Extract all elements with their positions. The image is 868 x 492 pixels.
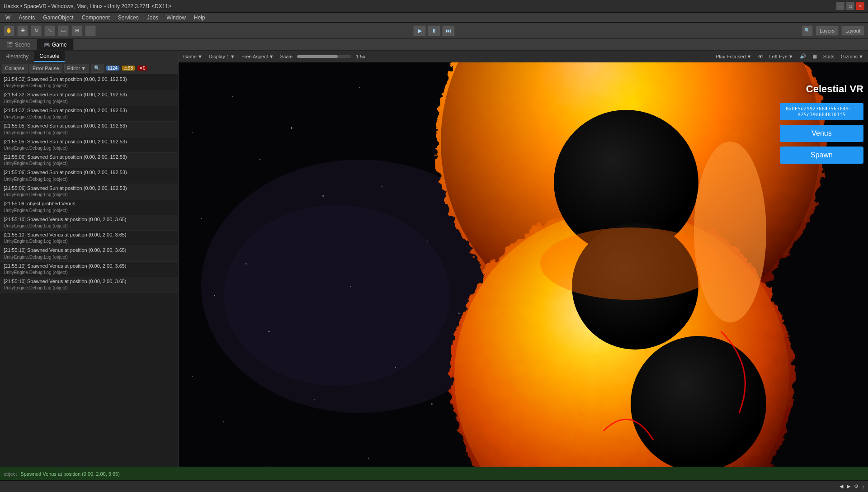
tool-move[interactable]: ✚	[17, 25, 28, 36]
tabs-row: 🎬 Scene 🎮 Game	[0, 39, 868, 51]
console-message-4[interactable]: [21:55:05] Spawned Sun at position (0.00…	[0, 137, 178, 153]
svg-point-4	[259, 159, 260, 160]
console-message-3[interactable]: [21:55:05] Spawned Sun at position (0.00…	[0, 122, 178, 137]
console-messages[interactable]: [21:54:32] Spawned Sun at position (0.00…	[0, 74, 178, 492]
tab-hierarchy[interactable]: Hierarchy	[0, 51, 34, 62]
maximize-button[interactable]: □	[846, 2, 854, 10]
svg-point-22	[431, 403, 433, 405]
unity-toolbar: ✋ ✚ ↻ ⤡ ▭ ⊞ ⋯ ▶ ⏸ ⏭ 🔍 Layers Layout	[0, 23, 868, 39]
tool-rect[interactable]: ▭	[58, 25, 69, 36]
console-message-5[interactable]: [21:55:06] Spawned Sun at position (0.00…	[0, 153, 178, 168]
tab-console[interactable]: Console	[34, 51, 65, 62]
game-toolbar-right: Play Focused ▼ 👁 Left Eye ▼ 🔊 ▦ Stats Gi…	[714, 53, 865, 59]
statusbar-icon-1[interactable]: ◀	[840, 483, 843, 489]
layers-button[interactable]: Layers	[816, 26, 839, 36]
play-focused-dropdown[interactable]: Play Focused ▼	[714, 54, 754, 59]
grid-icon[interactable]: ▦	[811, 53, 819, 59]
step-button[interactable]: ⏭	[442, 25, 455, 36]
side-glow	[694, 142, 766, 322]
statusbar-expand[interactable]: ↑	[862, 484, 865, 489]
game-scene-svg	[179, 62, 868, 492]
titlebar: Hacks • SpaceVR - Windows, Mac, Linux - …	[0, 0, 868, 13]
console-message-10[interactable]: [21:55:10] Spawned Venus at position (0.…	[0, 231, 178, 246]
menu-item-assets[interactable]: Assets	[15, 14, 38, 22]
tool-scale[interactable]: ⤡	[44, 25, 55, 36]
svg-point-1	[232, 96, 233, 97]
tab-game[interactable]: 🎮 Game	[37, 39, 74, 50]
scale-slider[interactable]	[297, 55, 351, 58]
object-label: object	[4, 471, 17, 477]
menu-item-jobs[interactable]: Jobs	[143, 14, 162, 22]
game-canvas: Celestial VR 0x0E5d299236647563649: fa25…	[179, 62, 868, 492]
statusbar: ◀ ▶ ⚙ ↑	[0, 480, 868, 492]
menu-item-component[interactable]: Component	[78, 14, 113, 22]
search-console-button[interactable]: 🔍	[91, 64, 104, 73]
play-button[interactable]: ▶	[413, 25, 426, 36]
console-toolbar: Collapse Error Pause Editor ▼ 🔍 ℹ 124 ⚠ …	[0, 62, 178, 74]
console-message-11[interactable]: [21:55:10] Spawned Venus at position (0.…	[0, 246, 178, 261]
menubar: W Assets GameObject Component Services J…	[0, 13, 868, 23]
dark-planet-bottom	[631, 336, 766, 472]
glow-connector	[540, 227, 721, 300]
menu-item-w[interactable]: W	[2, 14, 14, 22]
scale-label: Scale	[278, 54, 295, 59]
svg-point-32	[224, 205, 450, 386]
game-icon: 🎮	[43, 42, 50, 48]
pause-button[interactable]: ⏸	[428, 25, 440, 36]
space-background: Celestial VR 0x0E5d299236647563649: fa25…	[179, 62, 868, 492]
error-pause-button[interactable]: Error Pause	[29, 64, 62, 73]
console-message-7[interactable]: [21:55:06] Spawned Sun at position (0.00…	[0, 184, 178, 199]
game-label[interactable]: Game ▼	[181, 54, 204, 59]
console-message-12[interactable]: [21:55:10] Spawned Venus at position (0.…	[0, 262, 178, 277]
close-button[interactable]: ✕	[856, 2, 864, 10]
console-tabs: Hierarchy Console	[0, 51, 178, 62]
left-panel: Hierarchy Console Collapse Error Pause E…	[0, 51, 179, 492]
display-dropdown[interactable]: Display 1 ▼	[207, 54, 237, 59]
statusbar-settings[interactable]: ⚙	[854, 483, 859, 489]
svg-point-27	[192, 132, 193, 133]
console-message-13[interactable]: [21:55:10] Spawned Venus at position (0.…	[0, 277, 178, 293]
scale-value: 1.5x	[354, 54, 367, 59]
left-eye-dropdown[interactable]: Left Eye ▼	[768, 54, 795, 59]
tab-scene[interactable]: 🎬 Scene	[0, 39, 37, 50]
stats-button[interactable]: Stats	[821, 54, 836, 59]
bottom-console-text: Spawned Venus at position (0.00, 2.00, 3…	[20, 471, 120, 477]
svg-point-20	[223, 421, 224, 422]
menu-item-window[interactable]: Window	[163, 14, 189, 22]
tool-hand[interactable]: ✋	[4, 25, 14, 36]
menu-item-services[interactable]: Services	[114, 14, 142, 22]
search-btn[interactable]: 🔍	[802, 25, 813, 36]
titlebar-controls: ─ □ ✕	[836, 2, 864, 10]
layout-button[interactable]: Layout	[841, 26, 864, 36]
editor-dropdown[interactable]: Editor ▼	[64, 64, 90, 73]
aspect-dropdown[interactable]: Free Aspect ▼	[240, 54, 276, 59]
console-message-0[interactable]: [21:54:32] Spawned Sun at position (0.00…	[0, 75, 178, 90]
svg-point-2	[291, 128, 292, 129]
menu-item-help[interactable]: Help	[190, 14, 209, 22]
volume-icon[interactable]: 🔊	[798, 53, 808, 59]
gizmos-dropdown[interactable]: Gizmos ▼	[839, 54, 865, 59]
svg-point-6	[201, 218, 202, 219]
minimize-button[interactable]: ─	[836, 2, 844, 10]
tool-extra[interactable]: ⋯	[85, 25, 96, 36]
game-toolbar: Game ▼ Display 1 ▼ Free Aspect ▼ Scale	[179, 51, 868, 62]
svg-point-3	[359, 87, 360, 88]
bottom-console-bar: object Spawned Venus at position (0.00, …	[0, 467, 868, 480]
console-message-6[interactable]: [21:55:06] Spawned Sun at position (0.00…	[0, 168, 178, 184]
menu-item-gameobject[interactable]: GameObject	[39, 14, 77, 22]
console-message-9[interactable]: [21:55:10] Spawned Venus at position (0.…	[0, 215, 178, 231]
playback-controls: ▶ ⏸ ⏭	[413, 25, 455, 36]
maximize-icon[interactable]: 👁	[756, 54, 765, 59]
console-message-1[interactable]: [21:54:32] Spawned Sun at position (0.00…	[0, 90, 178, 106]
scene-icon: 🎬	[6, 42, 13, 48]
collapse-button[interactable]: Collapse	[2, 64, 28, 73]
main-layout: 🎬 Scene 🎮 Game Hierarchy Console Collaps…	[0, 39, 868, 492]
game-view: Game ▼ Display 1 ▼ Free Aspect ▼ Scale	[179, 51, 868, 492]
statusbar-icon-2[interactable]: ▶	[847, 483, 850, 489]
tool-rotate[interactable]: ↻	[31, 25, 42, 36]
console-message-2[interactable]: [21:54:32] Spawned Sun at position (0.00…	[0, 106, 178, 122]
console-message-8[interactable]: [21:55:09] object grabbed VenusUnityEngi…	[0, 199, 178, 215]
scale-fill	[297, 55, 338, 58]
tool-transform[interactable]: ⊞	[71, 25, 82, 36]
warning-badge: ⚠ 98	[122, 66, 135, 71]
